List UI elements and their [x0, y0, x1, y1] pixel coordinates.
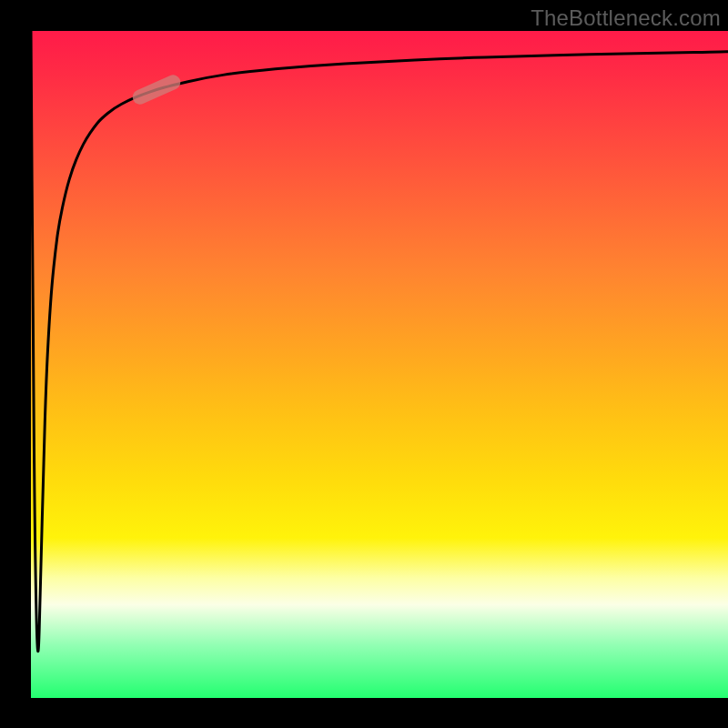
curve-layer — [31, 31, 728, 698]
bottleneck-curve — [31, 31, 728, 652]
watermark-text: TheBottleneck.com — [531, 5, 721, 31]
curve-marker — [130, 73, 183, 106]
chart-stage: TheBottleneck.com — [0, 0, 728, 728]
svg-rect-0 — [130, 73, 183, 106]
